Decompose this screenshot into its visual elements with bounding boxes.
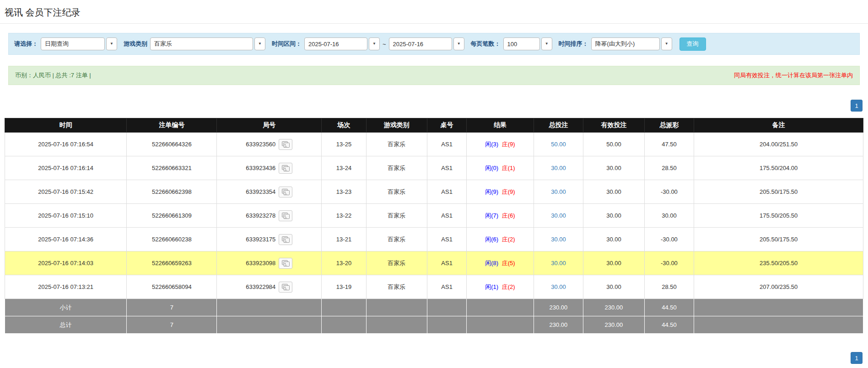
game-video-button[interactable] <box>279 139 292 150</box>
table-header-row: 时间注单编号局号场次游戏类别桌号结果总投注有效投注总派彩备注 <box>5 118 863 133</box>
total-bet-link[interactable]: 30.00 <box>551 212 566 219</box>
pagination-bottom: 1 <box>5 352 863 364</box>
cell-round-number: 633923354 <box>217 180 322 204</box>
total-bet-link[interactable]: 30.00 <box>551 283 566 290</box>
cell-session: 13-19 <box>322 275 367 299</box>
game-video-button[interactable] <box>279 234 292 245</box>
total-count: 7 <box>127 316 217 334</box>
cell-result: 闲(7) 庄(6) <box>467 204 534 228</box>
time-sort-combo: ▼ <box>591 37 672 50</box>
cell-bet-number: 522660663321 <box>127 156 217 180</box>
round-number-wrap: 633923175 <box>246 234 292 245</box>
empty-cell <box>366 316 427 334</box>
cell-game-type: 百家乐 <box>366 275 427 299</box>
column-header-7: 总投注 <box>534 118 583 133</box>
table-totals: 小计 7 230.00 230.00 44.50 总计 7 230.00 230… <box>5 299 863 334</box>
pagination-top: 1 <box>5 100 863 112</box>
empty-cell <box>427 316 466 334</box>
total-bet-link[interactable]: 50.00 <box>551 141 566 148</box>
game-video-icon <box>282 213 290 219</box>
empty-cell <box>366 299 427 316</box>
game-video-icon <box>282 284 290 290</box>
empty-cell <box>322 299 367 316</box>
game-video-button[interactable] <box>279 187 292 197</box>
search-button[interactable]: 查询 <box>679 37 706 51</box>
game-video-icon <box>282 236 290 243</box>
cell-game-type: 百家乐 <box>366 133 427 156</box>
query-type-combo: ▼ <box>41 37 117 50</box>
round-number: 633923354 <box>246 188 275 195</box>
result-banker: 庄(2) <box>502 236 515 243</box>
empty-cell <box>694 316 863 334</box>
query-type-dropdown-button[interactable]: ▼ <box>106 37 117 50</box>
round-number: 633923278 <box>246 212 275 219</box>
result-banker: 庄(1) <box>502 165 515 171</box>
empty-cell <box>694 299 863 316</box>
cell-result: 闲(8) 庄(5) <box>467 251 534 275</box>
cell-valid-bet: 30.00 <box>583 228 644 251</box>
cell-remark: 205.50/175.50 <box>694 180 863 204</box>
column-header-1: 注单编号 <box>127 118 217 133</box>
time-sort-input[interactable] <box>591 37 660 50</box>
game-video-icon <box>282 260 290 267</box>
round-number: 633923560 <box>246 141 275 148</box>
query-type-group: 请选择： ▼ <box>14 37 117 50</box>
total-bet-link[interactable]: 30.00 <box>551 188 566 195</box>
empty-cell <box>322 316 367 334</box>
query-type-input[interactable] <box>41 37 105 50</box>
cell-time: 2025-07-16 07:15:10 <box>5 204 127 228</box>
date-to-input[interactable] <box>389 37 452 50</box>
result-player: 闲(6) <box>485 236 498 243</box>
total-bet-link[interactable]: 30.00 <box>551 165 566 171</box>
chevron-down-icon: ▼ <box>545 42 549 46</box>
pagination-page-1-button[interactable]: 1 <box>851 100 863 112</box>
time-sort-dropdown-button[interactable]: ▼ <box>661 37 672 50</box>
total-bet-link[interactable]: 30.00 <box>551 260 566 267</box>
cell-round-number: 633923436 <box>217 156 322 180</box>
total-label: 总计 <box>5 316 127 334</box>
empty-cell <box>217 299 322 316</box>
column-header-3: 场次 <box>322 118 367 133</box>
page-size-dropdown-button[interactable]: ▼ <box>541 37 552 50</box>
chevron-down-icon: ▼ <box>665 42 669 46</box>
column-header-5: 桌号 <box>427 118 466 133</box>
result-banker: 庄(6) <box>502 212 515 219</box>
cell-bet-number: 522660664326 <box>127 133 217 156</box>
cell-game-type: 百家乐 <box>366 204 427 228</box>
cell-result: 闲(9) 庄(9) <box>467 180 534 204</box>
cell-table-number: AS1 <box>427 204 466 228</box>
filter-bar: 请选择： ▼ 游戏类别 ▼ 时间区间： ▼ ~ ▼ 每页笔数： ▼ 时间排 <box>8 33 860 55</box>
page-size-input[interactable] <box>503 37 540 50</box>
date-from-dropdown-button[interactable]: ▼ <box>369 37 380 50</box>
game-type-input[interactable] <box>150 37 253 50</box>
round-number-wrap: 633922984 <box>246 282 292 293</box>
subtotal-payout: 44.50 <box>644 299 694 316</box>
result-banker: 庄(5) <box>502 260 515 267</box>
bet-record-row: 2025-07-16 07:13:21 522660658094 6339229… <box>5 275 863 299</box>
cell-valid-bet: 50.00 <box>583 133 644 156</box>
cell-session: 13-21 <box>322 228 367 251</box>
cell-remark: 205.50/175.50 <box>694 228 863 251</box>
pagination-page-1-button[interactable]: 1 <box>851 352 863 364</box>
game-video-button[interactable] <box>279 258 292 269</box>
result-banker: 庄(2) <box>502 283 515 290</box>
game-video-button[interactable] <box>279 163 292 174</box>
cell-session: 13-22 <box>322 204 367 228</box>
game-video-button[interactable] <box>279 210 292 221</box>
round-number: 633923175 <box>246 236 275 243</box>
cell-time: 2025-07-16 07:15:42 <box>5 180 127 204</box>
cell-round-number: 633923560 <box>217 133 322 156</box>
round-number-wrap: 633923436 <box>246 163 292 174</box>
game-type-dropdown-button[interactable]: ▼ <box>254 37 265 50</box>
game-type-combo: ▼ <box>150 37 265 50</box>
date-from-input[interactable] <box>304 37 367 50</box>
page-size-label: 每页笔数： <box>471 40 501 48</box>
cell-remark: 175.50/205.50 <box>694 204 863 228</box>
date-to-dropdown-button[interactable]: ▼ <box>453 37 464 50</box>
subtotal-count: 7 <box>127 299 217 316</box>
cell-session: 13-20 <box>322 251 367 275</box>
cell-table-number: AS1 <box>427 251 466 275</box>
game-video-button[interactable] <box>279 282 292 293</box>
total-bet-link[interactable]: 30.00 <box>551 236 566 243</box>
cell-remark: 175.50/204.00 <box>694 156 863 180</box>
